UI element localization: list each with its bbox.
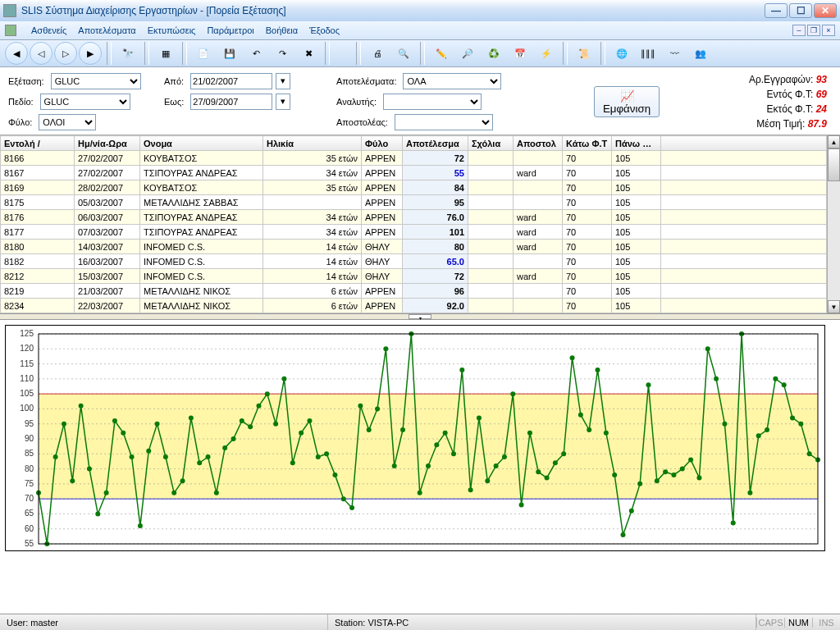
save-icon[interactable]: 💾 — [218, 42, 241, 65]
exam-select[interactable]: GLUC — [51, 73, 141, 89]
menu-item[interactable]: Αποτελέσματα — [78, 25, 135, 35]
column-header[interactable]: Πάνω Φ.Τ — [612, 136, 661, 151]
svg-point-113 — [714, 377, 719, 381]
svg-point-42 — [112, 418, 117, 423]
results-table[interactable]: Εντολή /Ημ/νία-ΩραΟνομαΗλικίαΦύλοΑποτέλε… — [0, 135, 827, 313]
print-icon[interactable]: 🖨 — [366, 42, 389, 65]
table-row[interactable]: 816627/02/2007ΚΟΥΒΑΤΣΟΣ35 ετώνΑΡΡΕΝ72701… — [1, 151, 827, 166]
svg-point-123 — [798, 422, 803, 427]
table-row[interactable]: 816928/02/2007ΚΟΥΒΑΤΣΟΣ35 ετώνΑΡΡΕΝ84701… — [1, 180, 827, 195]
binoculars-icon[interactable]: 🔭 — [116, 42, 139, 65]
table-row[interactable]: 818014/03/2007INFOMED C.S.14 ετώνΘΗΛΥ80w… — [1, 240, 827, 254]
column-header[interactable]: Αποστολ — [514, 136, 563, 151]
nav-back-icon[interactable]: ◀ — [5, 42, 28, 65]
sex-select[interactable]: ΟΛΟΙ — [39, 114, 96, 130]
field-select[interactable]: GLUC — [40, 94, 130, 110]
svg-point-102 — [621, 532, 626, 537]
splitter[interactable]: ▾ — [0, 313, 840, 320]
cert-icon[interactable]: 📜 — [573, 42, 596, 65]
globe-icon[interactable]: 🌐 — [610, 42, 633, 65]
edit-icon[interactable]: ✏️ — [430, 42, 453, 65]
svg-text:120: 120 — [20, 344, 34, 353]
calendar-from-icon[interactable]: ▾ — [276, 73, 290, 89]
svg-point-36 — [62, 422, 66, 427]
scroll-down-icon[interactable]: ▼ — [828, 300, 840, 313]
show-button[interactable]: 📈 Εμφάνιση — [594, 86, 660, 117]
svg-point-109 — [680, 467, 685, 472]
svg-point-86 — [485, 478, 490, 483]
svg-point-91 — [527, 431, 532, 436]
column-header[interactable]: Σχόλια — [468, 136, 514, 151]
svg-point-121 — [782, 382, 787, 387]
column-header[interactable]: Εντολή / — [1, 136, 75, 151]
menu-item[interactable]: Βοήθεια — [266, 25, 298, 35]
search-icon[interactable]: 🔎 — [456, 42, 479, 65]
svg-point-66 — [316, 454, 321, 459]
quick-icon[interactable]: ⚡ — [535, 42, 558, 65]
table-row[interactable]: 823422/03/2007ΜΕΤΑΛΛΙΔΗΣ ΝΙΚΟΣ6 ετώνΑΡΡΕ… — [1, 299, 827, 313]
preview-icon[interactable]: 🔍 — [392, 42, 415, 65]
svg-text:75: 75 — [25, 479, 34, 488]
svg-point-115 — [731, 520, 736, 525]
undo-icon[interactable]: ↶ — [244, 42, 267, 65]
users-icon[interactable]: 👥 — [689, 42, 712, 65]
vertical-scrollbar[interactable]: ▲ ▼ — [827, 135, 840, 313]
mdi-close[interactable]: × — [822, 25, 835, 36]
table-row[interactable]: 821215/03/2007INFOMED C.S.14 ετώνΘΗΛΥ72w… — [1, 269, 827, 284]
svg-point-74 — [383, 346, 388, 351]
column-header[interactable]: Ηλικία — [263, 136, 362, 151]
status-user: master — [30, 618, 58, 628]
to-date[interactable] — [190, 94, 272, 110]
redo-icon[interactable]: ↷ — [271, 42, 294, 65]
svg-point-81 — [443, 431, 448, 436]
menu-item[interactable]: Ασθενείς — [31, 25, 66, 35]
mdi-restore[interactable]: ❐ — [807, 25, 820, 36]
scroll-up-icon[interactable]: ▲ — [828, 135, 840, 148]
results-table-wrap: Εντολή /Ημ/νία-ΩραΟνομαΗλικίαΦύλοΑποτέλε… — [0, 135, 840, 313]
svg-point-59 — [256, 404, 261, 409]
sender-select[interactable] — [395, 114, 493, 130]
link-icon[interactable]: 〰 — [663, 42, 686, 65]
from-date[interactable] — [190, 73, 272, 89]
menu-item[interactable]: Έξοδος — [309, 25, 340, 35]
close-button[interactable]: ✕ — [814, 3, 837, 18]
table-row[interactable]: 816727/02/2007ΤΣΙΠΟΥΡΑΣ ΑΝΔΡΕΑΣ34 ετώνΑΡ… — [1, 166, 827, 180]
nav-fwd-icon[interactable]: ▶ — [79, 42, 102, 65]
maximize-button[interactable]: ☐ — [789, 3, 812, 18]
analyzer-select[interactable] — [383, 94, 482, 110]
column-header[interactable]: Αποτέλεσμα — [403, 136, 468, 151]
column-header[interactable]: Κάτω Φ.Τ — [563, 136, 612, 151]
trend-chart[interactable]: 556065707580859095100105110115120125 — [5, 325, 825, 551]
table-row[interactable]: 818216/03/2007INFOMED C.S.14 ετώνΘΗΛΥ65.… — [1, 254, 827, 269]
svg-point-112 — [705, 346, 710, 351]
svg-point-58 — [248, 424, 253, 429]
svg-point-56 — [231, 436, 236, 441]
refresh-icon[interactable]: ♻️ — [482, 42, 505, 65]
svg-point-65 — [307, 418, 312, 423]
results-select[interactable]: ΟΛΑ — [403, 73, 501, 89]
calendar-icon[interactable]: 📅 — [509, 42, 532, 65]
svg-text:125: 125 — [20, 329, 34, 338]
barcode-icon[interactable]: ∥∥∥ — [637, 42, 660, 65]
table-row[interactable]: 817707/03/2007ΤΣΙΠΟΥΡΑΣ ΑΝΔΡΕΑΣ34 ετώνΑΡ… — [1, 225, 827, 240]
table-row[interactable]: 817505/03/2007ΜΕΤΑΛΛΙΔΗΣ ΣΑΒΒΑΣΑΡΡΕΝ9570… — [1, 195, 827, 210]
table-row[interactable]: 817606/03/2007ΤΣΙΠΟΥΡΑΣ ΑΝΔΡΕΑΣ34 ετώνΑΡ… — [1, 210, 827, 225]
column-header[interactable]: Ημ/νία-Ωρα — [75, 136, 140, 151]
svg-point-49 — [171, 491, 176, 495]
table-row[interactable]: 821921/03/2007ΜΕΤΑΛΛΙΔΗΣ ΝΙΚΟΣ6 ετώνΑΡΡΕ… — [1, 284, 827, 299]
new-icon[interactable]: 📄 — [192, 42, 215, 65]
column-header[interactable]: Φύλο — [362, 136, 403, 151]
svg-point-84 — [468, 487, 473, 492]
mdi-minimize[interactable]: – — [792, 25, 806, 36]
column-header[interactable]: Ονομα — [140, 136, 263, 151]
calendar-to-icon[interactable]: ▾ — [276, 94, 290, 110]
menu-item[interactable]: Εκτυπώσεις — [148, 25, 196, 35]
nav-fwd2-icon[interactable]: ▷ — [54, 42, 77, 65]
menu-item[interactable]: Παράμετροι — [207, 25, 253, 35]
grid-icon[interactable]: ▦ — [154, 42, 177, 65]
svg-text:80: 80 — [25, 464, 34, 473]
delete-icon[interactable]: ✖ — [297, 42, 320, 65]
nav-back2-icon[interactable]: ◁ — [30, 42, 52, 65]
minimize-button[interactable]: — — [765, 3, 788, 18]
svg-point-106 — [655, 478, 660, 483]
